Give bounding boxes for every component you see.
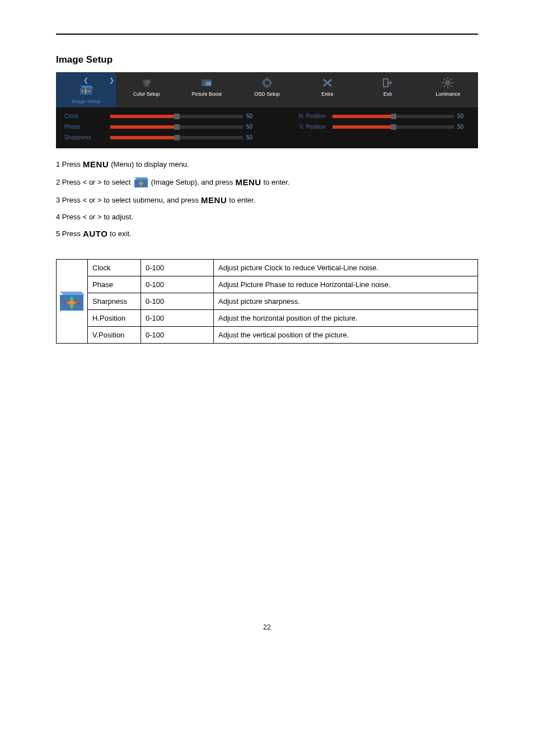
item-label: Sharpness xyxy=(64,134,104,140)
page-number: 22 xyxy=(56,623,478,631)
step-4: 4 Press < or > to adjust. xyxy=(56,210,478,224)
param-name: H.Position xyxy=(88,310,141,327)
item-label: Clock xyxy=(64,113,104,119)
image-setup-icon xyxy=(133,176,149,189)
svg-rect-20 xyxy=(383,79,388,87)
table-row: V.Position 0-100 Adjust the vertical pos… xyxy=(57,327,478,344)
image-setup-icon xyxy=(58,84,114,96)
slider-value: 50 xyxy=(246,113,259,119)
tab-color-setup[interactable]: Color Setup xyxy=(116,72,177,107)
osd-setup-icon xyxy=(239,77,295,89)
picture-boost-icon xyxy=(179,77,235,89)
param-desc: Adjust the vertical position of the pict… xyxy=(214,327,478,344)
slider[interactable]: 50 xyxy=(110,124,259,130)
slider-value: 50 xyxy=(246,134,259,140)
text: (Menu) to display menu. xyxy=(111,157,189,172)
tab-picture-boost[interactable]: Picture Boost xyxy=(176,72,237,107)
slider[interactable]: 50 xyxy=(332,113,470,119)
param-range: 0-100 xyxy=(141,260,214,276)
osd-item-clock[interactable]: Clock 50 xyxy=(64,113,259,119)
tab-label: Luminance xyxy=(420,91,476,97)
osd-item-hposition[interactable]: H. Position 50 xyxy=(275,113,470,119)
step-5: 5 Press AUTO to exit. xyxy=(56,226,478,242)
svg-rect-14 xyxy=(266,77,268,79)
text: to exit. xyxy=(110,227,131,241)
table-row: Sharpness 0-100 Adjust picture sharpness… xyxy=(57,293,478,310)
step-2: 2 Press < or > to select (Image Setup), … xyxy=(56,174,478,191)
slider[interactable]: 50 xyxy=(110,113,259,119)
svg-point-13 xyxy=(265,81,269,85)
svg-point-21 xyxy=(445,80,451,86)
text: 2 Press < or > to select xyxy=(56,175,131,190)
svg-rect-16 xyxy=(261,82,264,83)
reference-table: Clock 0-100 Adjust picture Clock to redu… xyxy=(56,259,478,344)
osd-col-left: Clock 50 Phase 50 Sharpness 50 xyxy=(64,113,259,140)
param-range: 0-100 xyxy=(141,327,214,344)
slider-value: 50 xyxy=(246,124,259,130)
text: 5 Press xyxy=(56,227,81,241)
tab-label: Picture Boost xyxy=(179,91,235,97)
svg-line-27 xyxy=(451,86,452,87)
luminance-icon xyxy=(420,77,476,89)
item-label: H. Position xyxy=(275,113,326,119)
color-setup-icon xyxy=(119,77,175,89)
tab-extra[interactable]: Extra xyxy=(297,72,358,107)
table-icon-cell xyxy=(57,260,88,344)
text: 1 Press xyxy=(56,157,81,172)
step-1: 1 Press MENU (Menu) to display menu. xyxy=(56,156,478,173)
svg-rect-11 xyxy=(205,82,211,86)
menu-button-label: MENU xyxy=(201,192,227,209)
param-range: 0-100 xyxy=(141,310,214,327)
param-range: 0-100 xyxy=(141,276,214,293)
menu-button-label: MENU xyxy=(83,156,109,173)
extra-icon xyxy=(299,77,355,89)
text: to enter. xyxy=(229,193,255,208)
tab-label: Color Setup xyxy=(119,91,175,97)
param-desc: Adjust picture sharpness. xyxy=(214,293,478,310)
osd-col-right: H. Position 50 V. Position 50 xyxy=(275,113,470,140)
nav-right-arrow: ❯ xyxy=(109,77,114,84)
text: (Image Setup), and press xyxy=(151,175,233,190)
text: to enter. xyxy=(264,175,290,190)
tab-label: Image Setup xyxy=(58,98,114,104)
param-desc: Adjust Picture Phase to reduce Horizonta… xyxy=(214,276,478,293)
tab-osd-setup[interactable]: OSD Setup xyxy=(237,72,297,107)
menu-button-label: MENU xyxy=(235,174,261,191)
tab-exit[interactable]: Exit xyxy=(358,72,418,107)
param-name: Sharpness xyxy=(88,293,141,310)
instructions: 1 Press MENU (Menu) to display menu. 2 P… xyxy=(56,156,478,242)
osd-item-phase[interactable]: Phase 50 xyxy=(64,124,259,130)
tab-luminance[interactable]: Luminance xyxy=(418,72,478,107)
table-row: Phase 0-100 Adjust Picture Phase to redu… xyxy=(57,276,478,293)
osd-item-vposition[interactable]: V. Position 50 xyxy=(275,124,470,130)
osd-tab-bar: ❮ ❯ Image Setup Color Setup xyxy=(56,72,478,107)
step-3: 3 Press < or > to select submenu, and pr… xyxy=(56,192,478,209)
osd-panel: ❮ ❯ Image Setup Color Setup xyxy=(56,72,478,148)
svg-rect-17 xyxy=(270,82,273,83)
osd-item-sharpness[interactable]: Sharpness 50 xyxy=(64,134,259,140)
slider[interactable]: 50 xyxy=(110,134,259,140)
svg-line-28 xyxy=(451,79,452,80)
osd-body: Clock 50 Phase 50 Sharpness 50 xyxy=(56,107,478,148)
tab-label: OSD Setup xyxy=(239,91,295,97)
svg-marker-37 xyxy=(60,292,85,295)
item-label: V. Position xyxy=(275,124,326,130)
tab-label: Exit xyxy=(360,91,416,97)
param-desc: Adjust the horizontal position of the pi… xyxy=(214,310,478,327)
svg-marker-30 xyxy=(134,177,149,180)
page-title: Image Setup xyxy=(56,54,478,65)
param-desc: Adjust picture Clock to reduce Vertical-… xyxy=(214,260,478,276)
top-divider xyxy=(56,34,478,35)
tab-image-setup[interactable]: ❮ ❯ Image Setup xyxy=(56,72,116,107)
text: 4 Press < or > to adjust. xyxy=(56,210,133,224)
slider-value: 50 xyxy=(457,124,470,130)
param-name: V.Position xyxy=(88,327,141,344)
param-name: Clock xyxy=(88,260,141,276)
nav-left-arrow: ❮ xyxy=(83,77,88,83)
auto-button-label: AUTO xyxy=(83,226,107,242)
svg-rect-15 xyxy=(266,86,268,88)
svg-marker-0 xyxy=(80,86,93,88)
slider-value: 50 xyxy=(457,113,470,119)
param-range: 0-100 xyxy=(141,293,214,310)
slider[interactable]: 50 xyxy=(332,124,470,130)
